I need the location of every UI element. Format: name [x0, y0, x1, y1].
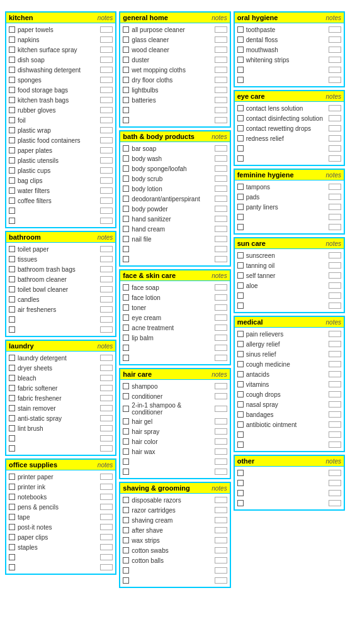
- item-notes-box[interactable]: [215, 186, 227, 192]
- empty-checkbox[interactable]: [123, 246, 129, 252]
- item-checkbox[interactable]: [237, 125, 244, 131]
- item-checkbox[interactable]: [123, 97, 129, 103]
- item-checkbox[interactable]: [237, 371, 244, 377]
- empty-notes-box[interactable]: [329, 292, 341, 299]
- item-checkbox[interactable]: [9, 127, 15, 133]
- empty-checkbox[interactable]: [9, 564, 15, 570]
- item-notes-box[interactable]: [100, 425, 113, 431]
- item-checkbox[interactable]: [123, 57, 129, 63]
- empty-checkbox[interactable]: [237, 67, 244, 73]
- empty-notes-box[interactable]: [329, 77, 341, 83]
- item-checkbox[interactable]: [123, 438, 129, 445]
- item-checkbox[interactable]: [123, 77, 129, 83]
- item-notes-box[interactable]: [100, 127, 113, 133]
- item-notes-box[interactable]: [329, 194, 341, 200]
- item-checkbox[interactable]: [9, 365, 15, 371]
- empty-checkbox[interactable]: [237, 77, 244, 83]
- item-notes-box[interactable]: [215, 517, 227, 523]
- item-notes-box[interactable]: [329, 381, 341, 387]
- empty-notes-box[interactable]: [329, 155, 341, 162]
- item-notes-box[interactable]: [329, 26, 341, 33]
- item-checkbox[interactable]: [237, 351, 244, 357]
- item-notes-box[interactable]: [215, 294, 227, 301]
- item-notes-box[interactable]: [329, 371, 341, 377]
- empty-checkbox[interactable]: [123, 345, 129, 351]
- item-checkbox[interactable]: [9, 147, 15, 153]
- item-notes-box[interactable]: [329, 47, 341, 53]
- item-notes-box[interactable]: [215, 206, 227, 212]
- empty-notes-box[interactable]: [329, 500, 341, 506]
- empty-checkbox[interactable]: [9, 435, 15, 441]
- empty-notes-box[interactable]: [215, 567, 227, 574]
- item-checkbox[interactable]: [9, 355, 15, 361]
- item-notes-box[interactable]: [329, 184, 341, 190]
- item-checkbox[interactable]: [237, 47, 244, 53]
- item-notes-box[interactable]: [215, 497, 227, 503]
- item-checkbox[interactable]: [9, 87, 15, 93]
- empty-notes-box[interactable]: [215, 355, 227, 361]
- item-checkbox[interactable]: [9, 107, 15, 113]
- item-notes-box[interactable]: [215, 325, 227, 331]
- item-notes-box[interactable]: [329, 411, 341, 418]
- empty-notes-box[interactable]: [329, 480, 341, 486]
- item-notes-box[interactable]: [100, 256, 113, 262]
- item-notes-box[interactable]: [100, 197, 113, 204]
- item-notes-box[interactable]: [329, 361, 341, 367]
- item-checkbox[interactable]: [237, 57, 244, 63]
- empty-checkbox[interactable]: [123, 567, 129, 574]
- item-checkbox[interactable]: [123, 165, 129, 172]
- item-notes-box[interactable]: [215, 314, 227, 321]
- item-notes-box[interactable]: [329, 204, 341, 210]
- item-notes-box[interactable]: [100, 494, 113, 500]
- item-notes-box[interactable]: [215, 507, 227, 513]
- item-checkbox[interactable]: [9, 425, 15, 431]
- item-notes-box[interactable]: [100, 137, 113, 143]
- empty-checkbox[interactable]: [237, 292, 244, 299]
- empty-checkbox[interactable]: [123, 355, 129, 361]
- item-checkbox[interactable]: [237, 26, 244, 33]
- item-checkbox[interactable]: [237, 421, 244, 428]
- item-checkbox[interactable]: [9, 405, 15, 411]
- item-checkbox[interactable]: [237, 105, 244, 111]
- item-checkbox[interactable]: [123, 557, 129, 564]
- item-notes-box[interactable]: [329, 252, 341, 258]
- empty-notes-box[interactable]: [100, 554, 113, 560]
- item-checkbox[interactable]: [9, 246, 15, 252]
- item-notes-box[interactable]: [100, 26, 113, 33]
- item-notes-box[interactable]: [329, 36, 341, 43]
- item-checkbox[interactable]: [237, 381, 244, 387]
- item-checkbox[interactable]: [9, 395, 15, 401]
- item-checkbox[interactable]: [123, 497, 129, 503]
- item-notes-box[interactable]: [215, 57, 227, 63]
- empty-checkbox[interactable]: [237, 490, 244, 496]
- item-notes-box[interactable]: [100, 67, 113, 73]
- item-notes-box[interactable]: [215, 175, 227, 182]
- item-checkbox[interactable]: [123, 145, 129, 152]
- item-checkbox[interactable]: [123, 428, 129, 435]
- item-notes-box[interactable]: [215, 145, 227, 152]
- item-checkbox[interactable]: [9, 117, 15, 123]
- item-notes-box[interactable]: [329, 57, 341, 63]
- empty-notes-box[interactable]: [329, 470, 341, 476]
- item-checkbox[interactable]: [237, 135, 244, 142]
- item-checkbox[interactable]: [123, 284, 129, 291]
- item-checkbox[interactable]: [9, 36, 15, 43]
- item-checkbox[interactable]: [123, 216, 129, 222]
- empty-checkbox[interactable]: [123, 256, 129, 262]
- item-notes-box[interactable]: [100, 355, 113, 361]
- item-checkbox[interactable]: [123, 547, 129, 553]
- item-checkbox[interactable]: [123, 47, 129, 53]
- item-notes-box[interactable]: [100, 504, 113, 510]
- item-checkbox[interactable]: [123, 304, 129, 311]
- item-checkbox[interactable]: [9, 306, 15, 313]
- item-notes-box[interactable]: [215, 284, 227, 291]
- empty-checkbox[interactable]: [9, 208, 15, 214]
- item-notes-box[interactable]: [215, 67, 227, 73]
- item-checkbox[interactable]: [123, 406, 129, 412]
- item-notes-box[interactable]: [215, 393, 227, 399]
- item-checkbox[interactable]: [123, 418, 129, 425]
- item-notes-box[interactable]: [100, 296, 113, 303]
- item-notes-box[interactable]: [215, 448, 227, 455]
- item-notes-box[interactable]: [329, 115, 341, 121]
- item-checkbox[interactable]: [123, 314, 129, 321]
